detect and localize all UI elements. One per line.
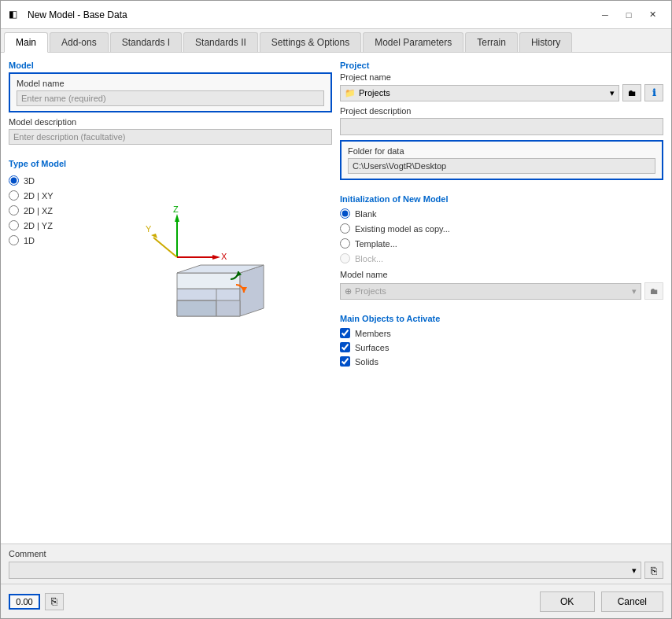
comment-dropdown-icon: ▾ — [632, 566, 637, 576]
folder-value: C:\Users\VogtR\Desktop — [353, 161, 446, 171]
project-info-button[interactable]: ℹ — [644, 84, 663, 101]
project-desc-label: Project description — [340, 106, 663, 116]
init-section-label: Initialization of New Model — [340, 194, 663, 204]
type-1d-item[interactable]: 1D — [9, 235, 54, 245]
svg-text:Z: Z — [173, 204, 179, 214]
comment-row: ▾ ⎘ — [9, 562, 663, 579]
tab-params[interactable]: Model Parameters — [363, 32, 463, 52]
init-model-name-label: Model name — [340, 270, 663, 279]
init-block-item[interactable]: Block... — [340, 253, 663, 263]
members-label: Members — [355, 329, 391, 338]
model-dropdown-icon: ▾ — [632, 286, 637, 297]
type-2d-xy-label: 2D | XY — [24, 191, 54, 201]
close-button[interactable]: ✕ — [641, 7, 663, 23]
type-2d-xz-label: 2D | XZ — [24, 206, 53, 216]
bottom-left: 0.00 ⎘ — [9, 593, 64, 610]
project-desc-group: Project description — [340, 106, 663, 135]
init-section: Initialization of New Model Blank Existi… — [340, 194, 663, 300]
tab-standards2[interactable]: Standards II — [183, 32, 258, 52]
app-icon: ◧ — [9, 9, 21, 21]
model-select-icon: ⊕ — [345, 286, 352, 297]
tab-settings[interactable]: Settings & Options — [260, 32, 361, 52]
cancel-button[interactable]: Cancel — [601, 591, 663, 612]
init-model-name-group: Model name ⊕ Projects ▾ 🖿 — [340, 270, 663, 300]
minimize-button[interactable]: ─ — [594, 7, 616, 23]
comment-input[interactable]: ▾ — [9, 562, 641, 579]
type-2d-xz-item[interactable]: 2D | XZ — [9, 205, 54, 216]
svg-marker-16 — [216, 300, 240, 316]
init-template-item[interactable]: Template... — [340, 238, 663, 249]
solids-item[interactable]: Solids — [340, 356, 663, 367]
model-name-group: Model name Enter name (required) — [9, 72, 332, 112]
type-3d-radio[interactable] — [9, 175, 19, 186]
project-section: Project Project name 📁 Projects ▾ — [340, 61, 663, 180]
bottom-copy-button[interactable]: ⎘ — [45, 593, 64, 610]
type-3d-label: 3D — [24, 176, 35, 186]
surfaces-item[interactable]: Surfaces — [340, 342, 663, 352]
comment-copy-button[interactable]: ⎘ — [644, 562, 663, 579]
comment-section: Comment ▾ ⎘ — [1, 543, 671, 584]
title-controls: ─ □ ✕ — [594, 7, 663, 23]
surfaces-checkbox[interactable] — [340, 342, 350, 352]
model-name-placeholder: Enter name (required) — [21, 94, 106, 103]
folder-label: Folder for data — [348, 146, 655, 156]
init-blank-item[interactable]: Blank — [340, 208, 663, 219]
init-existing-radio[interactable] — [340, 223, 350, 234]
project-select[interactable]: 📁 Projects ▾ — [340, 85, 619, 101]
init-model-name-select: ⊕ Projects ▾ — [340, 283, 641, 300]
init-model-browse-button: 🖿 — [644, 282, 663, 300]
folder-icon: 📁 — [345, 88, 356, 98]
init-template-label: Template... — [355, 239, 397, 249]
tab-history[interactable]: History — [519, 32, 572, 52]
solids-label: Solids — [355, 357, 378, 367]
project-name-row: 📁 Projects ▾ 🖿 ℹ — [340, 84, 663, 101]
comment-label: Comment — [9, 549, 663, 558]
svg-marker-13 — [177, 300, 216, 316]
type-radio-group: 3D 2D | XY 2D | XZ — [9, 175, 54, 344]
init-model-value: Projects — [355, 286, 386, 296]
type-2d-xz-radio[interactable] — [9, 205, 19, 216]
init-template-radio[interactable] — [340, 238, 350, 249]
type-2d-yz-item[interactable]: 2D | YZ — [9, 220, 54, 230]
type-2d-xy-item[interactable]: 2D | XY — [9, 190, 54, 201]
title-bar-left: ◧ New Model - Base Data — [9, 9, 127, 21]
solids-checkbox[interactable] — [340, 356, 350, 367]
tab-addons[interactable]: Add-ons — [50, 32, 109, 52]
tab-main[interactable]: Main — [4, 32, 48, 53]
checkbox-group: Members Surfaces Solids — [340, 328, 663, 367]
copy-icon: ⎘ — [651, 565, 657, 577]
type-2d-yz-radio[interactable] — [9, 220, 19, 230]
project-desc-input[interactable] — [340, 118, 663, 135]
model-section: Model Model name Enter name (required) M… — [9, 61, 332, 145]
type-1d-radio[interactable] — [9, 235, 19, 245]
main-objects-section: Main Objects to Activate Members Surface… — [340, 314, 663, 367]
type-section: Type of Model 3D 2D | XY — [9, 159, 332, 344]
coord-display: 0.00 — [9, 594, 40, 610]
tab-standards1[interactable]: Standards I — [110, 32, 182, 52]
model-desc-input[interactable]: Enter description (facultative) — [9, 129, 332, 145]
init-blank-radio[interactable] — [340, 208, 350, 219]
type-2d-yz-label: 2D | YZ — [24, 221, 53, 230]
ok-button[interactable]: OK — [540, 591, 595, 612]
main-objects-label: Main Objects to Activate — [340, 314, 663, 323]
project-name-group: Project name 📁 Projects ▾ 🖿 — [340, 72, 663, 101]
init-existing-item[interactable]: Existing model as copy... — [340, 223, 663, 234]
window-title: New Model - Base Data — [28, 9, 127, 20]
members-item[interactable]: Members — [340, 328, 663, 338]
type-1d-label: 1D — [24, 236, 35, 245]
model-section-label: Model — [9, 61, 332, 70]
maximize-button[interactable]: □ — [618, 7, 640, 23]
tab-terrain[interactable]: Terrain — [465, 32, 518, 52]
model-name-input[interactable]: Enter name (required) — [17, 90, 324, 106]
folder-input[interactable]: C:\Users\VogtR\Desktop — [348, 158, 655, 174]
type-section-label: Type of Model — [9, 159, 332, 168]
members-checkbox[interactable] — [340, 328, 350, 338]
project-section-label: Project — [340, 61, 663, 70]
model-3d-svg: Z Y X — [114, 179, 279, 336]
project-browse-button[interactable]: 🖿 — [622, 84, 641, 101]
type-2d-xy-radio[interactable] — [9, 190, 19, 201]
folder-group: Folder for data C:\Users\VogtR\Desktop — [340, 140, 663, 180]
init-model-name-row: ⊕ Projects ▾ 🖿 — [340, 282, 663, 300]
type-3d-item[interactable]: 3D — [9, 175, 54, 186]
svg-marker-1 — [175, 214, 179, 222]
